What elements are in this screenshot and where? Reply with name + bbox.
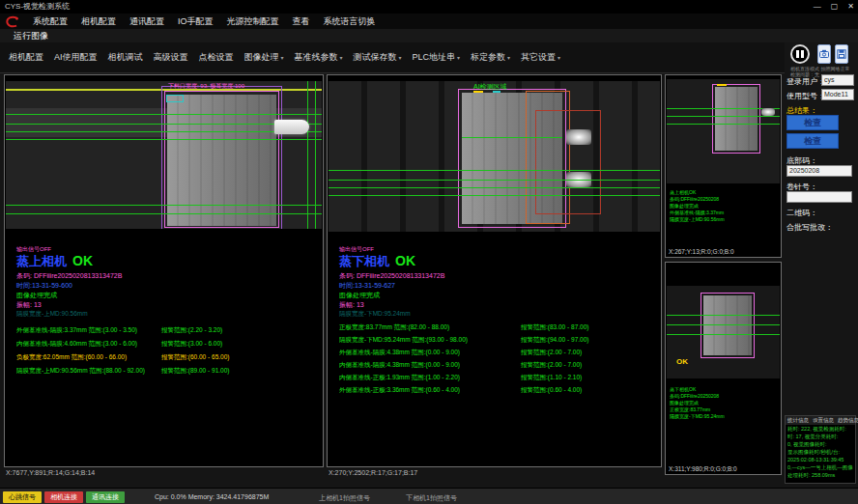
measurement-row: 外侧基准线-隔膜:4.38mm 范围:(0.00 - 9.00)报警范围:(2.… [339,349,582,357]
tool-camera-config[interactable]: 相机配置 [4,47,48,68]
camera-view-lower[interactable]: AI检测区域 输出信号OFF 蒸下相机OK 条码: DFFiiire202502… [327,74,662,467]
save-icon-button[interactable] [835,44,848,64]
preview-lower[interactable]: OK 蒸下相机OK 条码:DFFiiire20250208 图像处理完成 正极宽… [665,262,782,475]
roi-box-cyan [166,95,184,102]
tab-run-image[interactable]: 运行图像 [8,30,54,42]
preview-text-line: 图像处理完成 [670,203,699,210]
tool-image-process[interactable]: 图像处理▾ [240,47,289,68]
ok-overlay: OK [676,357,688,366]
measure-line [6,114,322,115]
menu-io-config[interactable]: IO手配置 [172,15,219,28]
nozzle-part [274,120,309,134]
measure-line [329,180,660,181]
app-window: CYS-视觉检测系统 — ▢ ✕ 系统配置 相机配置 通讯配置 IO手配置 光源… [0,0,858,504]
preview-coordinates: X:311;Y:980;R:0;G:0;B:0 [669,465,737,472]
close-icon[interactable]: ✕ [847,0,854,14]
preview-upper[interactable]: 蒸上相机OK 条码:DFFiiire20250208 图像处理完成 外侧基准线-… [665,74,782,258]
tab-statistics[interactable]: 统计信息 [787,417,809,424]
measure-line [6,213,322,214]
upper-camera-signal-text: 上相机1拍照信号 [319,493,370,503]
menu-view[interactable]: 查看 [287,15,316,28]
preview-image[interactable]: OK [667,286,780,378]
camera-icon-button[interactable] [817,44,831,64]
dim-note-line: 隔膜宽度-上MD:90.56mm [16,310,88,319]
camera-image-lower[interactable]: AI检测区域 [329,81,660,232]
maximize-icon[interactable]: ▢ [831,0,839,14]
tool-calibration[interactable]: 标定参数▾ [466,47,515,68]
tool-plc-address[interactable]: PLC地址串▾ [408,47,466,68]
measurement-row: 隔膜宽度-下MD:95.24mm 范围:(93.00 - 98.00)报警范围:… [339,336,588,345]
measurement-row: 外侧基准线-隔膜:3.37mm 范围:(3.00 - 3.50)报警范围:(2.… [16,326,222,335]
tool-test-save[interactable]: 测试保存数▾ [349,47,407,68]
toolbar: 相机配置 AI使用配置 相机调试 高级设置 点检设置 图像处理▾ 基准线参数▾ … [0,42,785,73]
preview-text-line: 隔膜宽度-下MD:95.24mm [670,413,725,420]
tool-advanced[interactable]: 高级设置 [149,47,193,68]
menu-bar: 系统配置 相机配置 通讯配置 IO手配置 光源控制配置 查看 系统语言切换 [0,14,858,29]
stat-line: 0, 视觉图像耗时: [786,440,855,448]
measure-line [329,170,660,171]
process-line: 图像处理完成 [339,291,380,300]
tab-settings-info[interactable]: 设置信息 [813,417,834,424]
pause-button[interactable] [790,44,810,64]
stat-line: 处理耗时: 258.09ms [786,471,855,479]
measure-line [667,334,780,335]
tab-row: 运行图像 [0,29,858,42]
stat-line: 耗时: 222, 视觉检测耗时: [786,425,855,433]
menu-comm-config[interactable]: 通讯配置 [124,15,170,28]
measurement-row: 内侧基准线-正极:1.93mm 范围:(1.00 - 2.20)报警范围:(1.… [339,374,582,382]
chevron-down-icon: ▾ [281,55,284,61]
bright-spot [761,108,775,116]
chevron-down-icon: ▾ [399,55,402,61]
roi-frame-red [535,110,601,214]
preview-coordinates: X:267;Y:13;R:0;G:0;B:0 [669,248,734,255]
tool-other-settings[interactable]: 其它设置▾ [516,47,565,68]
needle-number-field[interactable] [786,191,852,203]
chevron-down-icon: ▾ [558,55,560,61]
measure-line [6,139,322,140]
measure-line [667,116,780,117]
result-status-lower: 检查 [786,133,839,149]
preview-image[interactable] [667,79,780,183]
camera-view-upper[interactable]: 下料口宽度: 93. 极耳宽度:100 输出信号OFF 蒸上相机OK 条码: D… [4,74,324,467]
barcode-line: 条码: DFFiiire2025020813313472B [16,271,122,281]
menu-camera-config[interactable]: 相机配置 [75,15,122,28]
dim-note-line: 隔膜宽度-下MD:95.24mm [339,310,411,319]
measure-line [462,137,562,138]
menu-light-config[interactable]: 光源控制配置 [221,15,285,28]
measurement-row-warning: 负极宽度:62.05mm 范围:(60.00 - 66.00)报警范围:(60.… [16,353,229,362]
camera-result-title: 蒸下相机OK [339,252,415,270]
heartbeat-badge: 心跳信号 [3,491,42,503]
status-ok: OK [395,253,415,268]
tool-camera-debug[interactable]: 相机调试 [103,47,148,68]
minimize-icon[interactable]: — [814,0,821,14]
measurement-row: 隔膜宽度-上MD:90.56mm 范围:(88.00 - 92.00)报警范围:… [16,367,229,376]
time-line: 时间:13-31-59-627 [339,281,395,291]
measurement-row: 内侧基准线-隔膜:4.38mm 范围:(0.00 - 9.00)报警范围:(2.… [339,361,582,370]
measure-line [667,315,780,316]
chevron-down-icon: ▾ [457,55,460,61]
bright-spot [566,129,591,145]
menu-system-config[interactable]: 系统配置 [27,15,73,28]
measure-line [6,205,322,206]
tool-spot-check[interactable]: 点检设置 [194,47,239,68]
stat-line: 0,—cys—一号上相机—图像 [786,463,855,471]
roi-frame-magenta [712,84,760,154]
tool-baseline-params[interactable]: 基准线参数▾ [290,47,348,68]
preview-text-line: 图像处理完成 [670,400,699,406]
status-bar: 心跳信号 相机连接 通讯连接 Cpu: 0.0% Memory: 3424.41… [0,488,858,504]
model-field[interactable]: Mode11 [821,89,854,100]
measurement-row: 外侧基准线-正极:3.36mm 范围:(0.60 - 4.00)报警范围:(0.… [339,386,582,395]
chevron-down-icon: ▾ [507,55,510,61]
preview-text-line: 隔膜宽度-上MD:90.56mm [670,216,725,223]
stat-line: 显示图像耗时/秒机/台: [786,448,855,456]
tab-trend-info[interactable]: 趋势信息 [838,417,858,424]
camera-connection-badge: 相机连接 [44,491,83,503]
login-user-field[interactable]: cys [821,74,854,86]
preview-text-line: 蒸下相机OK [670,386,696,393]
bottom-code-field[interactable]: 20250208 [786,165,852,177]
menu-language-switch[interactable]: 系统语言切换 [318,15,382,28]
measure-line [329,187,660,188]
comm-connection-badge: 通讯连接 [86,491,125,503]
camera-image-upper[interactable]: 下料口宽度: 93. 极耳宽度:100 [6,81,322,229]
tool-ai-config[interactable]: AI使用配置 [49,47,102,68]
